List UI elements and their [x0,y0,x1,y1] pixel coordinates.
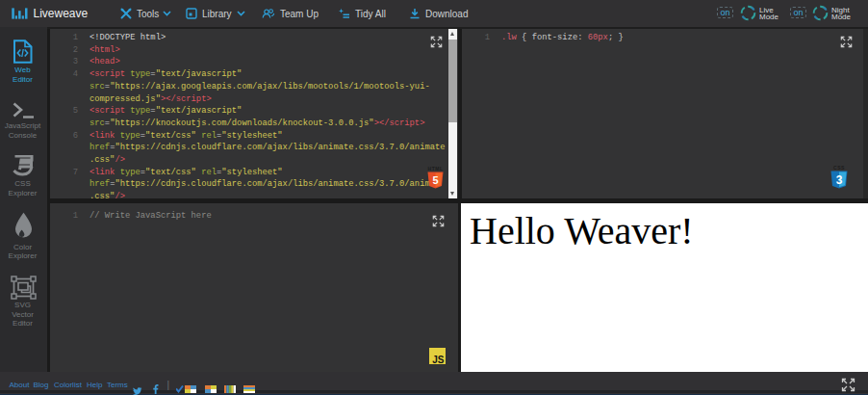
svg-text:5: 5 [432,174,438,186]
svg-text:3: 3 [836,173,843,187]
